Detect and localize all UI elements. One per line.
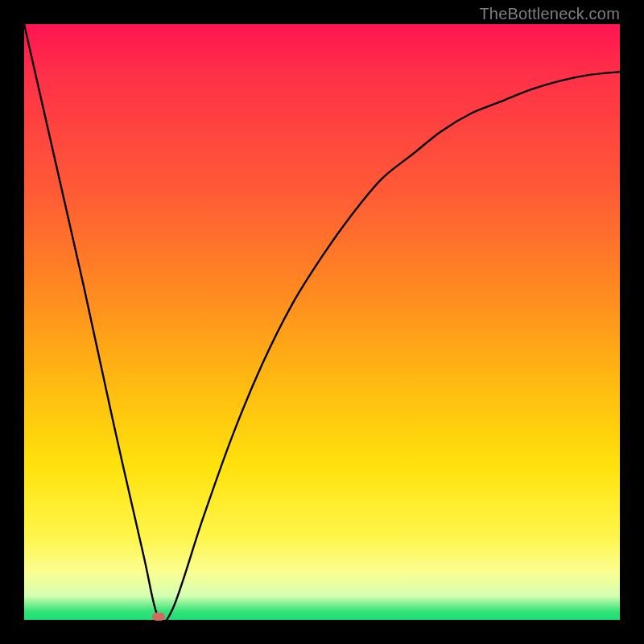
chart-frame: TheBottleneck.com [0, 0, 644, 644]
curve-path [24, 24, 620, 622]
plot-area [24, 24, 620, 620]
minimum-marker [152, 613, 165, 621]
bottleneck-curve [24, 24, 620, 620]
attribution-text: TheBottleneck.com [479, 5, 620, 23]
